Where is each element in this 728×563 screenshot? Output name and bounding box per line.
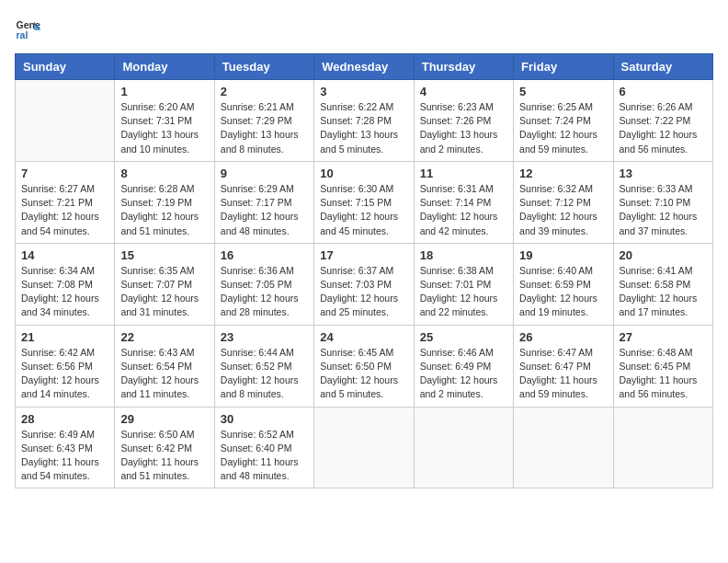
day-info: Sunrise: 6:42 AM Sunset: 6:56 PM Dayligh… (21, 346, 108, 402)
day-info: Sunrise: 6:30 AM Sunset: 7:15 PM Dayligh… (320, 182, 407, 238)
calendar-table: SundayMondayTuesdayWednesdayThursdayFrid… (15, 53, 713, 488)
day-number: 27 (620, 330, 707, 344)
day-number: 24 (320, 330, 407, 344)
day-info: Sunrise: 6:21 AM Sunset: 7:29 PM Dayligh… (221, 100, 308, 156)
day-number: 19 (519, 248, 607, 262)
calendar-cell: 17Sunrise: 6:37 AM Sunset: 7:03 PM Dayli… (314, 243, 414, 325)
day-info: Sunrise: 6:36 AM Sunset: 7:05 PM Dayligh… (221, 264, 308, 320)
day-number: 22 (120, 330, 208, 344)
day-info: Sunrise: 6:44 AM Sunset: 6:52 PM Dayligh… (221, 346, 308, 402)
day-info: Sunrise: 6:52 AM Sunset: 6:40 PM Dayligh… (221, 428, 308, 484)
calendar-cell (514, 407, 613, 488)
day-number: 7 (21, 167, 108, 180)
calendar-cell: 7Sunrise: 6:27 AM Sunset: 7:21 PM Daylig… (16, 161, 115, 243)
day-info: Sunrise: 6:49 AM Sunset: 6:43 PM Dayligh… (21, 428, 108, 484)
day-number: 3 (320, 85, 407, 98)
calendar-cell: 24Sunrise: 6:45 AM Sunset: 6:50 PM Dayli… (314, 325, 414, 407)
day-info: Sunrise: 6:31 AM Sunset: 7:14 PM Dayligh… (420, 182, 507, 238)
calendar-cell: 9Sunrise: 6:29 AM Sunset: 7:17 PM Daylig… (214, 161, 313, 243)
header-saturday: Saturday (613, 54, 712, 80)
day-number: 5 (519, 85, 607, 98)
calendar-cell: 14Sunrise: 6:34 AM Sunset: 7:08 PM Dayli… (16, 243, 115, 325)
calendar-cell: 19Sunrise: 6:40 AM Sunset: 6:59 PM Dayli… (514, 243, 613, 325)
day-number: 11 (420, 167, 507, 180)
day-number: 28 (21, 412, 108, 426)
day-info: Sunrise: 6:29 AM Sunset: 7:17 PM Dayligh… (221, 182, 308, 238)
calendar-cell: 21Sunrise: 6:42 AM Sunset: 6:56 PM Dayli… (16, 325, 115, 407)
header-friday: Friday (514, 54, 613, 80)
day-info: Sunrise: 6:43 AM Sunset: 6:54 PM Dayligh… (120, 346, 208, 402)
calendar-cell: 30Sunrise: 6:52 AM Sunset: 6:40 PM Dayli… (214, 407, 313, 488)
day-number: 14 (21, 248, 108, 262)
calendar-cell: 16Sunrise: 6:36 AM Sunset: 7:05 PM Dayli… (214, 243, 313, 325)
day-number: 26 (519, 330, 607, 344)
day-number: 9 (221, 167, 308, 180)
day-info: Sunrise: 6:48 AM Sunset: 6:45 PM Dayligh… (620, 346, 707, 402)
day-number: 6 (620, 85, 707, 98)
calendar-cell: 15Sunrise: 6:35 AM Sunset: 7:07 PM Dayli… (115, 243, 214, 325)
day-number: 20 (620, 248, 707, 262)
day-number: 1 (120, 85, 208, 98)
day-number: 13 (620, 167, 707, 180)
calendar-cell: 22Sunrise: 6:43 AM Sunset: 6:54 PM Dayli… (115, 325, 214, 407)
calendar-header-row: SundayMondayTuesdayWednesdayThursdayFrid… (16, 54, 713, 80)
day-number: 4 (420, 85, 507, 98)
day-info: Sunrise: 6:33 AM Sunset: 7:10 PM Dayligh… (620, 182, 707, 238)
day-info: Sunrise: 6:38 AM Sunset: 7:01 PM Dayligh… (420, 264, 507, 320)
calendar-cell: 1Sunrise: 6:20 AM Sunset: 7:31 PM Daylig… (115, 80, 214, 162)
calendar-cell: 23Sunrise: 6:44 AM Sunset: 6:52 PM Dayli… (214, 325, 313, 407)
calendar-cell: 25Sunrise: 6:46 AM Sunset: 6:49 PM Dayli… (414, 325, 513, 407)
day-number: 29 (120, 412, 208, 426)
day-number: 25 (420, 330, 507, 344)
day-info: Sunrise: 6:32 AM Sunset: 7:12 PM Dayligh… (519, 182, 607, 238)
calendar-cell (613, 407, 712, 488)
day-number: 8 (120, 167, 208, 180)
logo: Gene ral (15, 15, 46, 42)
day-info: Sunrise: 6:40 AM Sunset: 6:59 PM Dayligh… (519, 264, 607, 320)
calendar-cell: 26Sunrise: 6:47 AM Sunset: 6:47 PM Dayli… (514, 325, 613, 407)
day-number: 12 (519, 167, 607, 180)
calendar-cell: 8Sunrise: 6:28 AM Sunset: 7:19 PM Daylig… (115, 161, 214, 243)
day-number: 30 (221, 412, 308, 426)
day-info: Sunrise: 6:47 AM Sunset: 6:47 PM Dayligh… (519, 346, 607, 402)
header-monday: Monday (115, 54, 214, 80)
calendar-cell: 3Sunrise: 6:22 AM Sunset: 7:28 PM Daylig… (314, 80, 414, 162)
calendar-cell (314, 407, 414, 488)
day-info: Sunrise: 6:25 AM Sunset: 7:24 PM Dayligh… (519, 100, 607, 156)
day-number: 21 (21, 330, 108, 344)
calendar-week-row: 21Sunrise: 6:42 AM Sunset: 6:56 PM Dayli… (16, 325, 713, 407)
calendar-cell: 20Sunrise: 6:41 AM Sunset: 6:58 PM Dayli… (613, 243, 712, 325)
day-number: 18 (420, 248, 507, 262)
calendar-cell: 11Sunrise: 6:31 AM Sunset: 7:14 PM Dayli… (414, 161, 513, 243)
calendar-cell: 10Sunrise: 6:30 AM Sunset: 7:15 PM Dayli… (314, 161, 414, 243)
calendar-week-row: 7Sunrise: 6:27 AM Sunset: 7:21 PM Daylig… (16, 161, 713, 243)
calendar-cell: 2Sunrise: 6:21 AM Sunset: 7:29 PM Daylig… (214, 80, 313, 162)
calendar-cell: 18Sunrise: 6:38 AM Sunset: 7:01 PM Dayli… (414, 243, 513, 325)
day-info: Sunrise: 6:28 AM Sunset: 7:19 PM Dayligh… (120, 182, 208, 238)
calendar-cell: 12Sunrise: 6:32 AM Sunset: 7:12 PM Dayli… (514, 161, 613, 243)
header-tuesday: Tuesday (214, 54, 313, 80)
calendar-cell: 29Sunrise: 6:50 AM Sunset: 6:42 PM Dayli… (115, 407, 214, 488)
logo-icon: Gene ral (15, 15, 42, 42)
day-info: Sunrise: 6:41 AM Sunset: 6:58 PM Dayligh… (620, 264, 707, 320)
day-number: 16 (221, 248, 308, 262)
header-thursday: Thursday (414, 54, 513, 80)
calendar-cell: 4Sunrise: 6:23 AM Sunset: 7:26 PM Daylig… (414, 80, 513, 162)
day-info: Sunrise: 6:23 AM Sunset: 7:26 PM Dayligh… (420, 100, 507, 156)
day-info: Sunrise: 6:27 AM Sunset: 7:21 PM Dayligh… (21, 182, 108, 238)
day-number: 17 (320, 248, 407, 262)
calendar-cell: 6Sunrise: 6:26 AM Sunset: 7:22 PM Daylig… (613, 80, 712, 162)
calendar-cell (414, 407, 513, 488)
header-wednesday: Wednesday (314, 54, 414, 80)
day-info: Sunrise: 6:50 AM Sunset: 6:42 PM Dayligh… (120, 428, 208, 484)
calendar-week-row: 28Sunrise: 6:49 AM Sunset: 6:43 PM Dayli… (16, 407, 713, 488)
day-number: 2 (221, 85, 308, 98)
day-info: Sunrise: 6:46 AM Sunset: 6:49 PM Dayligh… (420, 346, 507, 402)
calendar-cell: 28Sunrise: 6:49 AM Sunset: 6:43 PM Dayli… (16, 407, 115, 488)
calendar-cell (16, 80, 115, 162)
calendar-cell: 13Sunrise: 6:33 AM Sunset: 7:10 PM Dayli… (613, 161, 712, 243)
calendar-cell: 27Sunrise: 6:48 AM Sunset: 6:45 PM Dayli… (613, 325, 712, 407)
day-info: Sunrise: 6:20 AM Sunset: 7:31 PM Dayligh… (120, 100, 208, 156)
calendar-cell: 5Sunrise: 6:25 AM Sunset: 7:24 PM Daylig… (514, 80, 613, 162)
day-info: Sunrise: 6:45 AM Sunset: 6:50 PM Dayligh… (320, 346, 407, 402)
